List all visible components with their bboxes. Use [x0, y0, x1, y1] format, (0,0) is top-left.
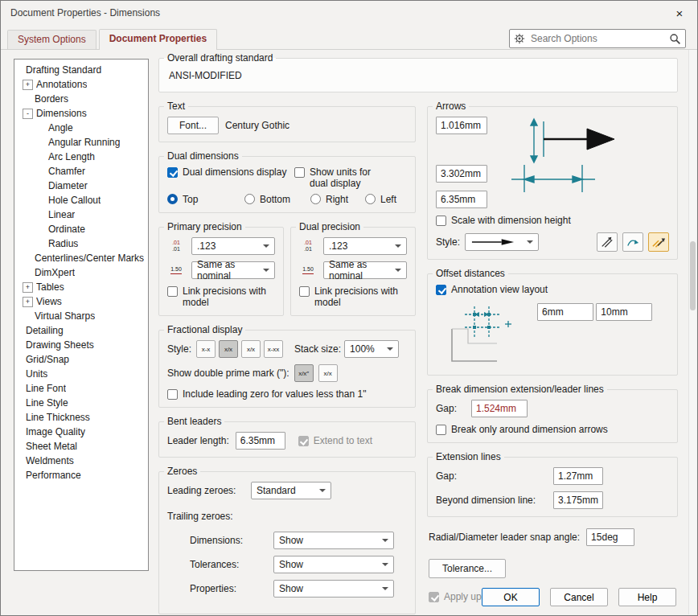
tree-item-line-style[interactable]: Line Style	[14, 396, 148, 410]
collapse-minus-icon[interactable]: -	[23, 109, 33, 119]
tree-item-image-quality[interactable]: Image Quality	[14, 425, 148, 439]
break-gap-label: Gap:	[436, 403, 465, 414]
tree-item-label: Angular Running	[48, 137, 120, 148]
tree-item-chamfer[interactable]: Chamfer	[14, 164, 148, 179]
tree-item-virtual-sharps[interactable]: Virtual Sharps	[14, 309, 148, 323]
tree-item-annotations[interactable]: +Annotations	[14, 77, 148, 92]
dual-precision-value-select[interactable]: .123	[323, 237, 407, 255]
tree-item-diameter[interactable]: Diameter	[14, 179, 148, 193]
double-prime-on-button[interactable]: x/x″	[294, 364, 314, 382]
tree-item-radius[interactable]: Radius	[14, 236, 148, 251]
tree-item-line-font[interactable]: Line Font	[14, 381, 148, 396]
tree-item-borders[interactable]: Borders	[14, 92, 148, 106]
cancel-button[interactable]: Cancel	[550, 588, 608, 606]
radial-snap-angle-input[interactable]	[586, 528, 634, 546]
tree-item-units[interactable]: Units	[14, 367, 148, 381]
tab-document-properties[interactable]: Document Properties	[99, 29, 217, 50]
fraction-style-diagonal-button[interactable]: x/x	[241, 340, 261, 358]
trailing-dimensions-select[interactable]: Show	[273, 532, 394, 549]
break-only-around-arrows-checkbox[interactable]: Break only around dimension arrows	[436, 424, 669, 435]
text-group: Text Font... Century Gothic	[158, 101, 416, 142]
primary-precision-tolerance-select[interactable]: Same as nominal	[191, 261, 275, 279]
tolerance-button[interactable]: Tolerance...	[429, 559, 506, 578]
tree-item-ordinate[interactable]: Ordinate	[14, 222, 148, 236]
tree-item-grid-snap[interactable]: Grid/Snap	[14, 352, 148, 367]
extension-gap-input[interactable]	[553, 467, 603, 485]
title-bar: Document Properties - Dimensions	[1, 1, 697, 25]
stack-size-select[interactable]: 100%	[344, 340, 399, 358]
radio-selected-icon	[167, 194, 178, 204]
offset-distance1-input[interactable]	[537, 303, 593, 321]
tree-item-tables[interactable]: +Tables	[14, 280, 148, 294]
help-button[interactable]: Help	[618, 588, 676, 606]
expand-plus-icon[interactable]: +	[23, 80, 33, 90]
tree-item-performance[interactable]: Performance	[14, 468, 148, 483]
tree-item-linear[interactable]: Linear	[14, 207, 148, 222]
arrow-width-input[interactable]	[436, 165, 487, 183]
tree-item-angular-running[interactable]: Angular Running	[14, 135, 148, 150]
search-input[interactable]	[529, 32, 665, 45]
annotation-view-layout-checkbox[interactable]: Annotation view layout	[436, 284, 669, 295]
beyond-dimension-line-label: Beyond dimension line:	[436, 495, 547, 506]
tree-item-dimxpert[interactable]: DimXpert	[14, 265, 148, 280]
tree-item-detailing[interactable]: Detailing	[14, 323, 148, 338]
arrows-inside-button[interactable]	[622, 232, 643, 252]
leader-length-input[interactable]	[236, 432, 285, 450]
dual-link-precisions-checkbox[interactable]: Link precisions with model	[299, 285, 407, 308]
font-button[interactable]: Font...	[167, 117, 219, 134]
tree-item-hole-callout[interactable]: Hole Callout	[14, 193, 148, 207]
arrow-length-input[interactable]	[436, 191, 487, 208]
tree-item-arc-length[interactable]: Arc Length	[14, 150, 148, 164]
expand-plus-icon[interactable]: +	[23, 282, 33, 293]
scrollbar-thumb[interactable]	[690, 241, 696, 310]
trailing-tolerances-select[interactable]: Show	[273, 556, 394, 573]
search-box[interactable]	[509, 29, 686, 48]
tree-item-drawing-sheets[interactable]: Drawing Sheets	[14, 338, 148, 352]
fraction-style-stacked-button[interactable]: x/x	[219, 340, 238, 358]
break-gap-input[interactable]	[471, 400, 528, 417]
close-icon[interactable]: ×	[662, 1, 697, 25]
tab-system-options[interactable]: System Options	[7, 30, 96, 49]
offset-distance2-input[interactable]	[596, 303, 652, 321]
show-units-dual-checkbox[interactable]: Show units for dual display	[294, 166, 391, 189]
tree-item-label: Hole Callout	[48, 195, 101, 206]
arrows-outside-button[interactable]	[597, 232, 618, 252]
dual-precision-tolerance-select[interactable]: Same as nominal	[323, 261, 407, 279]
group-label: Arrows	[433, 101, 469, 112]
tree-item-dimensions[interactable]: -Dimensions	[14, 106, 148, 121]
tree-item-weldments[interactable]: Weldments	[14, 454, 148, 468]
vertical-scrollbar[interactable]	[688, 50, 696, 614]
tree-item-drafting-standard[interactable]: Drafting Standard	[14, 63, 148, 77]
search-icon	[669, 33, 681, 45]
tree-item-views[interactable]: +Views	[14, 294, 148, 309]
dual-position-bottom-radio[interactable]: Bottom	[244, 194, 310, 205]
tree-item-line-thickness[interactable]: Line Thickness	[14, 410, 148, 425]
arrow-size-diagram	[502, 117, 630, 203]
tree-item-sheet-metal[interactable]: Sheet Metal	[14, 439, 148, 454]
dual-position-top-radio[interactable]: Top	[167, 194, 244, 205]
primary-link-precisions-checkbox[interactable]: Link precisions with model	[167, 285, 275, 308]
scale-with-dimension-height-checkbox[interactable]: Scale with dimension height	[436, 215, 669, 226]
double-prime-off-button[interactable]: x/x	[318, 364, 338, 382]
leading-zero-checkbox[interactable]: Include leading zero for values less tha…	[167, 388, 407, 400]
primary-precision-value-select[interactable]: .123	[191, 237, 275, 255]
checkbox-unchecked-icon	[294, 167, 305, 178]
fraction-style-horizontal-button[interactable]: x-x	[196, 340, 216, 358]
dual-position-right-radio[interactable]: Right	[310, 194, 365, 205]
tree-item-centerlines-center-marks[interactable]: Centerlines/Center Marks	[14, 251, 148, 265]
arrows-group: Arrows	[427, 101, 678, 260]
trailing-properties-select[interactable]: Show	[273, 580, 394, 598]
ok-button[interactable]: OK	[482, 588, 540, 606]
checkbox-label: Extend to text	[314, 435, 372, 446]
expand-plus-icon[interactable]: +	[23, 297, 33, 307]
fraction-style-linear-button[interactable]: x-xx	[264, 340, 283, 358]
dual-position-left-radio[interactable]: Left	[365, 194, 396, 205]
dual-dimensions-display-checkbox[interactable]: Dual dimensions display	[167, 166, 288, 178]
arrows-smart-button[interactable]	[648, 232, 669, 252]
group-label: Bent leaders	[164, 416, 224, 427]
arrow-style-select[interactable]	[465, 233, 539, 251]
arrow-height-input[interactable]	[436, 117, 487, 134]
tree-item-angle[interactable]: Angle	[14, 121, 148, 135]
leading-zeroes-select[interactable]: Standard	[251, 482, 331, 499]
beyond-dimension-line-input[interactable]	[553, 491, 603, 509]
